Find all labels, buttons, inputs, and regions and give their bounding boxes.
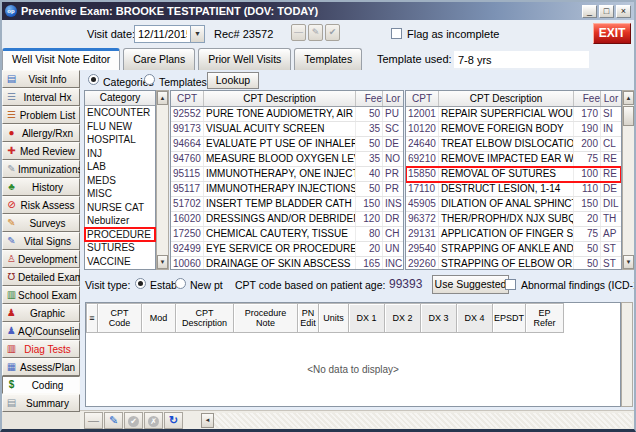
cpt-row[interactable]: 94664EVALUATE PT USE OF INHALER50DE — [171, 137, 403, 152]
confirm-icon[interactable]: ✔ — [124, 412, 143, 429]
category-item[interactable]: SUTURES — [85, 241, 155, 255]
scroll-down-icon[interactable]: ▼ — [623, 255, 634, 269]
sidebar-item-interval-hx[interactable]: ☰Interval Hx — [2, 88, 80, 106]
column-header[interactable]: CPT Description — [439, 91, 574, 106]
templates-radio[interactable] — [144, 74, 155, 85]
cpt-row[interactable]: 10060DRAINAGE OF SKIN ABSCESS165INC — [171, 257, 403, 270]
category-item[interactable]: MEDS — [85, 174, 155, 188]
sidebar-item-aq-counseling[interactable]: ♟AQ/Counseling — [2, 322, 80, 340]
scroll-up-icon[interactable]: ▲ — [157, 91, 168, 105]
edit-icon[interactable]: ✎ — [104, 412, 123, 429]
tab-care-plans[interactable]: Care Plans — [123, 48, 195, 70]
cpt-row[interactable]: 94760MEASURE BLOOD OXYGEN LEVEL35NO — [171, 152, 403, 167]
sidebar-item-surveys[interactable]: ✎Surveys — [2, 214, 80, 232]
billing-column-header[interactable]: DX 4 — [457, 303, 493, 333]
sidebar-item-problem-list[interactable]: ☰Problem List — [2, 106, 80, 124]
column-header[interactable]: Fee — [356, 91, 383, 106]
scroll-up-icon[interactable]: ▲ — [623, 91, 634, 105]
cpt-row[interactable]: 99173VISUAL ACUITY SCREEN35SC — [171, 122, 403, 137]
scroll-left-icon[interactable]: ◄ — [201, 413, 214, 428]
column-header[interactable]: CPT Description — [204, 91, 356, 106]
cpt-row[interactable]: 69210REMOVE IMPACTED EAR WAX, REQ75RE — [406, 152, 621, 167]
billing-column-header[interactable]: DX 1 — [349, 303, 385, 333]
billing-column-header[interactable]: CPT Code — [98, 303, 142, 333]
cpt-row[interactable]: 45905DILATION OF ANAL SPHINCTER150DIL — [406, 197, 621, 212]
sidebar-item-immunizations[interactable]: ✎Immunizations — [2, 160, 80, 178]
cpt-row[interactable]: 29260STRAPPING OF ELBOW OR WRIST50ST — [406, 257, 621, 270]
edit-icon[interactable]: ✎ — [308, 24, 323, 41]
billing-column-header[interactable]: DX 2 — [385, 303, 421, 333]
category-scrollbar[interactable]: ▲ ▼ — [156, 90, 169, 270]
category-item[interactable]: NURSE CAT — [85, 201, 155, 215]
category-item[interactable]: Nebulizer — [85, 214, 155, 228]
sidebar-item-school-exam[interactable]: ▥School Exam — [2, 286, 80, 304]
scroll-down-icon[interactable]: ▼ — [157, 255, 168, 269]
flag-incomplete-checkbox[interactable] — [391, 28, 402, 39]
sidebar-item-med-review[interactable]: ✚Med Review — [2, 142, 80, 160]
cpt-row[interactable]: 92499EYE SERVICE OR PROCEDURE20UN — [171, 242, 403, 257]
confirm-icon[interactable]: ✔ — [325, 24, 340, 41]
sidebar-item-summary[interactable]: ▤Summary — [2, 394, 80, 412]
sidebar-item-assess-plan[interactable]: ▦Assess/Plan — [2, 358, 80, 376]
billing-column-header[interactable]: DX 3 — [421, 303, 457, 333]
refresh-icon[interactable]: ↻ — [164, 412, 183, 429]
sidebar-item-history[interactable]: ♣History — [2, 178, 80, 196]
remove-icon[interactable]: — — [291, 24, 306, 41]
cpt-row[interactable]: 29540STRAPPING OF ANKLE AND/OR FT50ST — [406, 242, 621, 257]
category-item[interactable]: PROCEDURE — [85, 228, 155, 242]
sidebar-item-visit-info[interactable]: ▤Visit Info — [2, 70, 80, 88]
sidebar-item-detailed-exam[interactable]: ℧Detailed Exam — [2, 268, 80, 286]
use-suggested-button[interactable]: Use Suggested — [432, 275, 509, 294]
new-pt-radio[interactable] — [175, 278, 186, 289]
column-header[interactable]: Fee — [574, 91, 601, 106]
cpt-row[interactable]: 12001REPAIR SUPERFICIAL WOUND(S)170SI — [406, 107, 621, 122]
category-item[interactable]: MISC — [85, 187, 155, 201]
billing-column-header[interactable]: Mod — [142, 303, 176, 333]
category-item[interactable]: INJ — [85, 147, 155, 161]
cpt-row[interactable]: 95115IMMUNOTHERAPY, ONE INJECTION40PR — [171, 167, 403, 182]
horizontal-scrollbar-track[interactable] — [214, 413, 632, 428]
cpt-row[interactable]: 17110DESTRUCT LESION, 1-14110DE — [406, 182, 621, 197]
category-item[interactable]: VACCINE — [85, 255, 155, 269]
cpt-row[interactable]: 24640TREAT ELBOW DISLOCATION200CL — [406, 137, 621, 152]
exit-button[interactable]: EXIT — [593, 23, 631, 44]
cpt-table-scrollbar[interactable]: ▲ ▼ — [622, 90, 635, 270]
billing-column-header[interactable]: PN Edit — [298, 303, 319, 333]
cpt-row[interactable]: 96372THER/PROPH/DX NJX SUBQ/IM20TH — [406, 212, 621, 227]
remove-icon[interactable]: — — [84, 412, 103, 429]
scrollbar-thumb[interactable] — [623, 106, 634, 126]
category-item[interactable]: FLU NEW — [85, 120, 155, 134]
cancel-icon[interactable]: ✗ — [144, 412, 163, 429]
estab-radio[interactable] — [135, 278, 146, 289]
billing-column-header[interactable]: Procedure Note — [234, 303, 298, 333]
cpt-row[interactable]: 10120REMOVE FOREIGN BODY190IN — [406, 122, 621, 137]
close-icon[interactable]: × — [616, 5, 631, 18]
cpt-row[interactable]: 15850REMOVAL OF SUTURES100RE — [406, 167, 621, 182]
cpt-row[interactable]: 92552PURE TONE AUDIOMETRY, AIR50PU — [171, 107, 403, 122]
sidebar-item-development[interactable]: ♙Development — [2, 250, 80, 268]
billing-grid-scrollbar[interactable] — [621, 302, 633, 407]
column-header[interactable]: Lor — [383, 91, 403, 106]
column-header[interactable]: CPT — [406, 91, 439, 106]
tab-templates[interactable]: Templates — [294, 48, 362, 70]
billing-column-header[interactable]: EP Refer — [526, 303, 564, 333]
sidebar-item-risk-assess[interactable]: ⊘Risk Assess — [2, 196, 80, 214]
category-column-header[interactable]: Category — [85, 91, 155, 106]
abnormal-findings-checkbox[interactable] — [505, 279, 516, 290]
minimize-icon[interactable]: _ — [582, 5, 597, 18]
column-header[interactable]: CPT — [171, 91, 204, 106]
sidebar-item-coding[interactable]: $Coding — [2, 376, 80, 394]
sidebar-item-allergy-rxn[interactable]: ●Allergy/Rxn — [2, 124, 80, 142]
visit-date-input[interactable] — [134, 25, 190, 43]
calendar-dropdown-icon[interactable]: ▼ — [190, 25, 205, 43]
billing-column-header[interactable]: Units — [319, 303, 349, 333]
tab-prior-well-visits[interactable]: Prior Well Visits — [198, 48, 291, 70]
cpt-row[interactable]: 17250CHEMICAL CAUTERY, TISSUE80CH — [171, 227, 403, 242]
sidebar-item-vital-signs[interactable]: ✎Vital Signs — [2, 232, 80, 250]
cpt-row[interactable]: 16020DRESSINGS AND/OR DEBRIDEMENT OF120D… — [171, 212, 403, 227]
lookup-cpt-button[interactable]: Lookup CPT — [207, 72, 259, 89]
tab-well-visit-note-editor[interactable]: Well Visit Note Editor — [2, 48, 120, 70]
categories-radio[interactable] — [88, 74, 99, 85]
maximize-icon[interactable]: □ — [599, 5, 614, 18]
cpt-row[interactable]: 95117IMMUNOTHERAPY INJECTIONS50PR — [171, 182, 403, 197]
